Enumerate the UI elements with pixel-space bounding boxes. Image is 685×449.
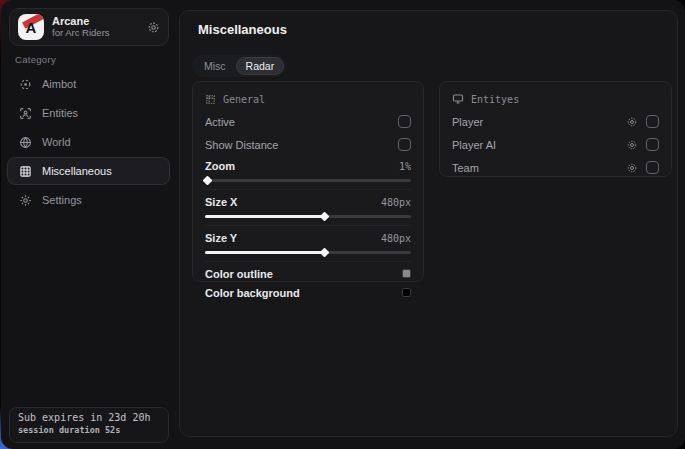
- row-size-x: Size X 480px: [205, 192, 411, 212]
- page-title: Miscellaneous: [198, 22, 287, 37]
- active-checkbox[interactable]: [398, 115, 411, 128]
- panel-grid-icon: [205, 94, 216, 105]
- player-ai-label: Player AI: [452, 139, 496, 151]
- general-card-header: General: [205, 90, 411, 108]
- color-outline-swatch[interactable]: [402, 269, 411, 278]
- session-duration-text: session duration 52s: [18, 425, 160, 435]
- row-player: Player: [452, 110, 659, 133]
- brand-logo: A: [18, 14, 44, 40]
- color-outline-label: Color outline: [205, 268, 273, 280]
- player-ai-gear-icon[interactable]: [626, 139, 638, 151]
- size-y-slider-fill: [205, 251, 324, 254]
- active-label: Active: [205, 116, 235, 128]
- player-controls: [626, 115, 659, 128]
- sidebar-nav: Aimbot Entities World: [7, 70, 170, 215]
- row-team: Team: [452, 156, 659, 179]
- zoom-slider-thumb[interactable]: [203, 176, 213, 186]
- subscription-card: Sub expires in 23d 20h session duration …: [9, 407, 169, 443]
- sidebar-item-label: World: [42, 136, 71, 148]
- sidebar-item-label: Miscellaneous: [42, 165, 112, 177]
- sidebar-item-miscellaneous[interactable]: Miscellaneous: [7, 157, 170, 185]
- team-label: Team: [452, 162, 479, 174]
- sidebar-item-world[interactable]: World: [7, 128, 170, 156]
- player-checkbox[interactable]: [646, 115, 659, 128]
- size-y-label: Size Y: [205, 232, 237, 244]
- logo-initial: A: [26, 19, 37, 36]
- crosshair-icon: [18, 77, 32, 91]
- row-size-y: Size Y 480px: [205, 228, 411, 248]
- brand-subtitle: for Arc Riders: [52, 28, 147, 39]
- size-y-slider[interactable]: [205, 251, 411, 254]
- divider: [205, 189, 411, 190]
- grid-icon: [18, 164, 32, 178]
- sidebar-item-settings[interactable]: Settings: [7, 186, 170, 214]
- zoom-slider-fill: [205, 179, 207, 182]
- sub-expiry-text: Sub expires in 23d 20h: [18, 412, 160, 423]
- brand-card: A Arcane for Arc Riders: [9, 8, 169, 46]
- app-window: A Arcane for Arc Riders Category Aim: [1, 0, 685, 449]
- entities-card-title: Entityes: [471, 94, 519, 105]
- team-checkbox[interactable]: [646, 161, 659, 174]
- brand-name: Arcane: [52, 15, 147, 28]
- divider: [205, 261, 411, 262]
- player-ai-checkbox[interactable]: [646, 138, 659, 151]
- row-show-distance: Show Distance: [205, 133, 411, 156]
- sync-icon[interactable]: [147, 21, 160, 34]
- category-label: Category: [15, 54, 56, 65]
- team-gear-icon[interactable]: [626, 162, 638, 174]
- size-x-value: 480px: [381, 197, 411, 208]
- show-distance-label: Show Distance: [205, 139, 278, 151]
- color-background-label: Color background: [205, 287, 300, 299]
- globe-icon: [18, 135, 32, 149]
- size-x-label: Size X: [205, 196, 237, 208]
- tab-misc[interactable]: Misc: [194, 57, 236, 75]
- main-panel: Miscellaneous Misc Radar General Active …: [179, 10, 678, 437]
- sidebar: A Arcane for Arc Riders Category Aim: [1, 0, 176, 449]
- zoom-slider[interactable]: [205, 179, 411, 182]
- divider: [205, 225, 411, 226]
- size-y-value: 480px: [381, 233, 411, 244]
- row-zoom: Zoom 1%: [205, 156, 411, 176]
- sidebar-item-label: Aimbot: [42, 78, 76, 90]
- sidebar-item-entities[interactable]: Entities: [7, 99, 170, 127]
- zoom-label: Zoom: [205, 160, 235, 172]
- player-ai-controls: [626, 138, 659, 151]
- zoom-value: 1%: [399, 161, 411, 172]
- monitor-icon: [452, 93, 464, 105]
- brand-text: Arcane for Arc Riders: [52, 15, 147, 39]
- size-x-slider-thumb[interactable]: [320, 212, 330, 222]
- tab-bar: Misc Radar: [192, 55, 286, 77]
- row-active: Active: [205, 110, 411, 133]
- color-background-swatch[interactable]: [402, 288, 411, 297]
- show-distance-checkbox[interactable]: [398, 138, 411, 151]
- entities-card-header: Entityes: [452, 90, 659, 108]
- general-card-title: General: [223, 94, 265, 105]
- gear-icon: [18, 193, 32, 207]
- size-x-slider-fill: [205, 215, 324, 218]
- scan-person-icon: [18, 106, 32, 120]
- sidebar-item-aimbot[interactable]: Aimbot: [7, 70, 170, 98]
- tab-radar[interactable]: Radar: [236, 57, 285, 75]
- general-card: General Active Show Distance Zoom 1%: [192, 81, 424, 282]
- row-color-outline: Color outline: [205, 264, 411, 283]
- size-x-slider[interactable]: [205, 215, 411, 218]
- sidebar-item-label: Settings: [42, 194, 82, 206]
- team-controls: [626, 161, 659, 174]
- sidebar-item-label: Entities: [42, 107, 78, 119]
- entities-card: Entityes Player Player AI: [439, 81, 672, 177]
- player-label: Player: [452, 116, 483, 128]
- size-y-slider-thumb[interactable]: [320, 248, 330, 258]
- player-gear-icon[interactable]: [626, 116, 638, 128]
- row-color-background: Color background: [205, 283, 411, 302]
- row-player-ai: Player AI: [452, 133, 659, 156]
